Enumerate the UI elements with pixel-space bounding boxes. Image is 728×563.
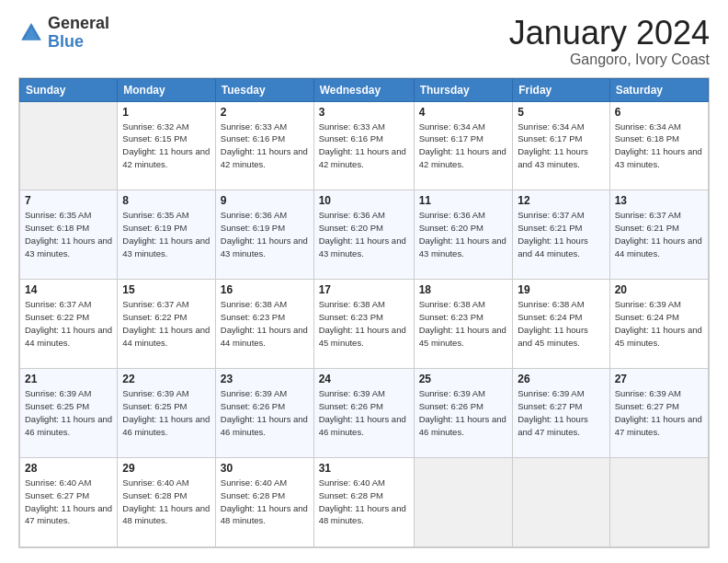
calendar-cell: 24Sunrise: 6:39 AMSunset: 6:26 PMDayligh…	[313, 369, 414, 458]
day-info: Sunrise: 6:40 AMSunset: 6:28 PMDaylight:…	[221, 477, 309, 527]
day-info: Sunrise: 6:40 AMSunset: 6:28 PMDaylight:…	[122, 477, 210, 527]
day-info: Sunrise: 6:37 AMSunset: 6:21 PMDaylight:…	[518, 209, 604, 259]
day-info: Sunrise: 6:39 AMSunset: 6:24 PMDaylight:…	[615, 298, 703, 349]
day-number: 6	[615, 106, 703, 119]
calendar-cell: 13Sunrise: 6:37 AMSunset: 6:21 PMDayligh…	[609, 190, 708, 280]
calendar-cell: 10Sunrise: 6:36 AMSunset: 6:20 PMDayligh…	[313, 190, 414, 280]
header-day-monday: Monday	[118, 78, 216, 101]
day-info: Sunrise: 6:36 AMSunset: 6:20 PMDaylight:…	[319, 209, 409, 259]
day-info: Sunrise: 6:34 AMSunset: 6:17 PMDaylight:…	[419, 121, 508, 171]
day-info: Sunrise: 6:33 AMSunset: 6:16 PMDaylight:…	[221, 121, 309, 171]
day-info: Sunrise: 6:37 AMSunset: 6:22 PMDaylight:…	[122, 298, 210, 349]
day-info: Sunrise: 6:36 AMSunset: 6:19 PMDaylight:…	[221, 209, 309, 259]
page: General Blue January 2024 Gangoro, Ivory…	[0, 0, 728, 563]
day-number: 25	[419, 373, 508, 385]
logo-icon	[18, 20, 44, 46]
calendar-cell: 25Sunrise: 6:39 AMSunset: 6:26 PMDayligh…	[414, 369, 513, 458]
day-info: Sunrise: 6:38 AMSunset: 6:23 PMDaylight:…	[221, 298, 309, 349]
calendar-cell: 19Sunrise: 6:38 AMSunset: 6:24 PMDayligh…	[513, 280, 609, 369]
calendar-cell: 12Sunrise: 6:37 AMSunset: 6:21 PMDayligh…	[513, 190, 609, 280]
calendar-cell: 3Sunrise: 6:33 AMSunset: 6:16 PMDaylight…	[313, 101, 414, 190]
day-number: 23	[221, 373, 309, 385]
day-number: 24	[319, 373, 409, 385]
day-info: Sunrise: 6:32 AMSunset: 6:15 PMDaylight:…	[122, 121, 210, 171]
calendar-cell: 27Sunrise: 6:39 AMSunset: 6:27 PMDayligh…	[609, 369, 708, 458]
day-number: 19	[518, 283, 604, 296]
day-info: Sunrise: 6:39 AMSunset: 6:26 PMDaylight:…	[419, 387, 508, 438]
day-number: 13	[615, 194, 703, 207]
day-number: 14	[25, 283, 112, 296]
calendar-cell: 17Sunrise: 6:38 AMSunset: 6:23 PMDayligh…	[313, 280, 414, 369]
logo: General Blue	[18, 15, 109, 52]
day-number: 27	[615, 373, 703, 385]
week-row-0: 1Sunrise: 6:32 AMSunset: 6:15 PMDaylight…	[20, 101, 709, 190]
day-number: 28	[25, 462, 112, 475]
calendar-cell: 14Sunrise: 6:37 AMSunset: 6:22 PMDayligh…	[20, 280, 118, 369]
day-number: 29	[122, 462, 210, 475]
calendar-cell: 11Sunrise: 6:36 AMSunset: 6:20 PMDayligh…	[414, 190, 513, 280]
logo-text: General Blue	[48, 15, 109, 52]
day-info: Sunrise: 6:34 AMSunset: 6:18 PMDaylight:…	[615, 121, 703, 171]
day-number: 12	[518, 194, 604, 207]
week-row-2: 14Sunrise: 6:37 AMSunset: 6:22 PMDayligh…	[20, 280, 709, 369]
calendar-cell: 8Sunrise: 6:35 AMSunset: 6:19 PMDaylight…	[118, 190, 216, 280]
day-info: Sunrise: 6:34 AMSunset: 6:17 PMDaylight:…	[518, 121, 604, 171]
day-info: Sunrise: 6:39 AMSunset: 6:25 PMDaylight:…	[25, 387, 112, 438]
calendar-table: SundayMondayTuesdayWednesdayThursdayFrid…	[19, 78, 709, 547]
logo-blue-text: Blue	[48, 33, 109, 52]
week-row-1: 7Sunrise: 6:35 AMSunset: 6:18 PMDaylight…	[20, 190, 709, 280]
day-number: 15	[122, 283, 210, 296]
day-number: 5	[518, 106, 604, 119]
header-day-saturday: Saturday	[609, 78, 708, 101]
day-info: Sunrise: 6:39 AMSunset: 6:25 PMDaylight:…	[122, 387, 210, 438]
calendar-cell: 30Sunrise: 6:40 AMSunset: 6:28 PMDayligh…	[215, 458, 313, 547]
calendar-header: SundayMondayTuesdayWednesdayThursdayFrid…	[20, 78, 709, 101]
month-title: January 2024	[509, 15, 710, 52]
day-number: 3	[319, 106, 409, 119]
calendar-cell: 29Sunrise: 6:40 AMSunset: 6:28 PMDayligh…	[118, 458, 216, 547]
calendar-cell: 9Sunrise: 6:36 AMSunset: 6:19 PMDaylight…	[215, 190, 313, 280]
day-info: Sunrise: 6:39 AMSunset: 6:27 PMDaylight:…	[518, 387, 604, 438]
calendar-cell: 21Sunrise: 6:39 AMSunset: 6:25 PMDayligh…	[20, 369, 118, 458]
calendar-cell: 6Sunrise: 6:34 AMSunset: 6:18 PMDaylight…	[609, 101, 708, 190]
day-number: 21	[25, 373, 112, 385]
calendar-cell: 22Sunrise: 6:39 AMSunset: 6:25 PMDayligh…	[118, 369, 216, 458]
day-number: 18	[419, 283, 508, 296]
day-number: 22	[122, 373, 210, 385]
calendar-cell: 31Sunrise: 6:40 AMSunset: 6:28 PMDayligh…	[313, 458, 414, 547]
calendar-cell: 15Sunrise: 6:37 AMSunset: 6:22 PMDayligh…	[118, 280, 216, 369]
logo-general-text: General	[48, 15, 109, 33]
day-number: 7	[25, 194, 112, 207]
day-number: 1	[122, 106, 210, 119]
day-info: Sunrise: 6:39 AMSunset: 6:26 PMDaylight:…	[221, 387, 309, 438]
day-info: Sunrise: 6:35 AMSunset: 6:19 PMDaylight:…	[122, 209, 210, 259]
header-day-tuesday: Tuesday	[215, 78, 313, 101]
day-info: Sunrise: 6:40 AMSunset: 6:28 PMDaylight:…	[319, 477, 409, 527]
day-info: Sunrise: 6:35 AMSunset: 6:18 PMDaylight:…	[25, 209, 112, 259]
day-info: Sunrise: 6:39 AMSunset: 6:26 PMDaylight:…	[319, 387, 409, 438]
calendar-cell	[414, 458, 513, 547]
day-number: 31	[319, 462, 409, 475]
calendar-cell	[609, 458, 708, 547]
day-info: Sunrise: 6:37 AMSunset: 6:21 PMDaylight:…	[615, 209, 703, 259]
day-info: Sunrise: 6:38 AMSunset: 6:23 PMDaylight:…	[419, 298, 508, 349]
day-number: 9	[221, 194, 309, 207]
calendar-cell: 4Sunrise: 6:34 AMSunset: 6:17 PMDaylight…	[414, 101, 513, 190]
header-day-thursday: Thursday	[414, 78, 513, 101]
calendar-cell	[20, 101, 118, 190]
calendar: SundayMondayTuesdayWednesdayThursdayFrid…	[18, 77, 710, 548]
day-info: Sunrise: 6:33 AMSunset: 6:16 PMDaylight:…	[319, 121, 409, 171]
calendar-cell: 2Sunrise: 6:33 AMSunset: 6:16 PMDaylight…	[215, 101, 313, 190]
calendar-body: 1Sunrise: 6:32 AMSunset: 6:15 PMDaylight…	[20, 101, 709, 546]
header-day-wednesday: Wednesday	[313, 78, 414, 101]
calendar-cell	[513, 458, 609, 547]
day-number: 8	[122, 194, 210, 207]
calendar-cell: 5Sunrise: 6:34 AMSunset: 6:17 PMDaylight…	[513, 101, 609, 190]
day-info: Sunrise: 6:38 AMSunset: 6:23 PMDaylight:…	[319, 298, 409, 349]
day-info: Sunrise: 6:38 AMSunset: 6:24 PMDaylight:…	[518, 298, 604, 349]
header-row: SundayMondayTuesdayWednesdayThursdayFrid…	[20, 78, 709, 101]
title-block: January 2024 Gangoro, Ivory Coast	[509, 15, 710, 68]
calendar-cell: 18Sunrise: 6:38 AMSunset: 6:23 PMDayligh…	[414, 280, 513, 369]
header-day-friday: Friday	[513, 78, 609, 101]
day-info: Sunrise: 6:39 AMSunset: 6:27 PMDaylight:…	[615, 387, 703, 438]
